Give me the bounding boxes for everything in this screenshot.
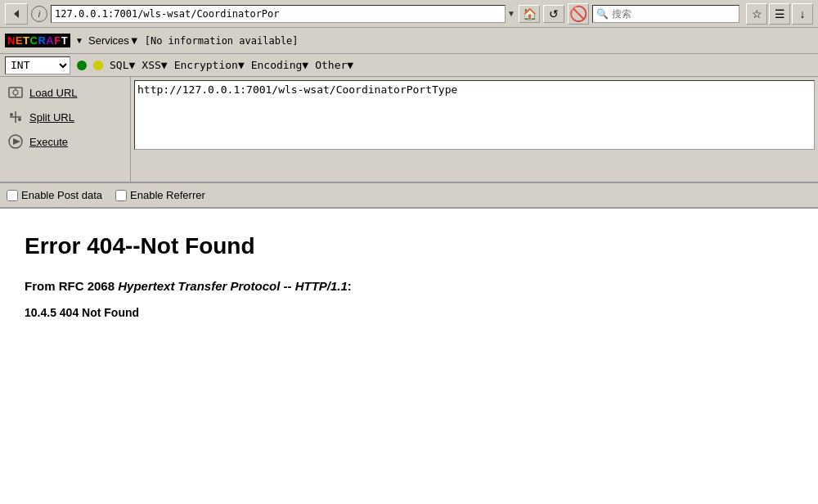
rfc-title: Hypertext Transfer Protocol -- HTTP/1.1: [118, 279, 348, 293]
url-dropdown-arrow[interactable]: ▼: [507, 9, 515, 18]
checkbox-row: Enable Post data Enable Referrer: [0, 183, 818, 208]
more-button[interactable]: ↓: [792, 3, 813, 25]
post-data-checkbox-label[interactable]: Enable Post data: [7, 189, 102, 201]
rfc-line: From RFC 2068 Hypertext Transfer Protoco…: [25, 279, 793, 293]
svg-marker-0: [14, 10, 19, 18]
referrer-checkbox-label[interactable]: Enable Referrer: [115, 189, 205, 201]
referrer-label: Enable Referrer: [130, 189, 205, 201]
execute-item[interactable]: Execute: [0, 129, 130, 154]
green-status-dot: [77, 61, 87, 70]
reload-button[interactable]: ↺: [543, 5, 564, 23]
other-menu[interactable]: Other▼: [315, 59, 353, 71]
load-url-label: Load URL: [29, 87, 78, 99]
split-url-label: Split URL: [29, 111, 74, 124]
svg-point-8: [18, 118, 21, 121]
split-url-icon: [7, 108, 25, 126]
home-button[interactable]: 🏠: [519, 5, 540, 23]
search-input[interactable]: [612, 8, 726, 20]
netcraft-dropdown-arrow[interactable]: ▼: [75, 36, 83, 45]
bookmark-list-button[interactable]: ☰: [769, 3, 790, 25]
int-select[interactable]: INT: [5, 56, 70, 74]
post-data-checkbox[interactable]: [7, 190, 18, 201]
load-url-item[interactable]: Load URL: [0, 80, 130, 105]
url-bar[interactable]: [51, 5, 506, 23]
rfc-suffix: :: [348, 279, 352, 293]
page-content: Error 404--Not Found From RFC 2068 Hyper…: [0, 209, 818, 335]
encoding-menu[interactable]: Encoding▼: [251, 59, 308, 71]
svg-point-7: [10, 113, 13, 116]
svg-point-2: [13, 90, 18, 95]
url-textarea[interactable]: http://127.0.0.1:7001/wls-wsat/Coordinat…: [134, 80, 815, 150]
info-text: [No information available]: [145, 35, 299, 47]
post-data-label: Enable Post data: [21, 189, 102, 201]
section-text: 10.4.5 404 Not Found: [25, 306, 793, 319]
search-container: 🔍: [592, 5, 739, 23]
sql-menu[interactable]: SQL▼: [110, 59, 135, 71]
back-button[interactable]: [5, 3, 28, 25]
info-icon: i: [31, 6, 47, 22]
stop-button[interactable]: 🚫: [568, 3, 589, 25]
rfc-prefix: From RFC 2068: [25, 279, 118, 293]
execute-icon: [7, 133, 25, 151]
bookmark-star-button[interactable]: ☆: [746, 3, 767, 25]
xss-menu[interactable]: XSS▼: [142, 59, 167, 71]
url-input-area: http://127.0.0.1:7001/wls-wsat/Coordinat…: [131, 77, 818, 182]
netcraft-logo: NETCRAFT: [5, 34, 70, 47]
services-menu[interactable]: Services▼: [88, 34, 140, 47]
encryption-menu[interactable]: Encryption▼: [174, 59, 245, 71]
load-url-icon: [7, 83, 25, 101]
execute-label: Execute: [29, 136, 68, 148]
split-url-item[interactable]: Split URL: [0, 105, 130, 129]
referrer-checkbox[interactable]: [115, 190, 127, 201]
search-icon: 🔍: [593, 8, 612, 20]
yellow-status-dot: [93, 61, 103, 70]
svg-marker-10: [13, 138, 20, 145]
error-title: Error 404--Not Found: [25, 233, 793, 259]
